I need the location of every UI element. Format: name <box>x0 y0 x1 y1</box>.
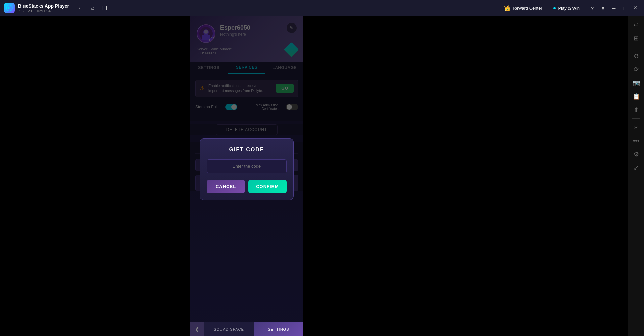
sidebar-grid-icon[interactable]: ⊞ <box>630 32 642 44</box>
sidebar-divider-2 <box>632 118 640 119</box>
sidebar-more-icon[interactable]: ••• <box>630 135 642 147</box>
modal-cancel-button[interactable]: CANCEL <box>207 180 245 193</box>
app-info: BlueStacks App Player 5.21.201.1029 P64 <box>18 3 69 13</box>
sidebar-camera-icon[interactable]: 📷 <box>630 77 642 89</box>
sidebar-rotate-icon[interactable]: ⟳ <box>630 63 642 76</box>
crown-icon: 👑 <box>504 5 511 11</box>
main-area: 9 Esper6050 Nothing's here ✎ Server: Son… <box>0 16 644 336</box>
home-button[interactable]: ⌂ <box>88 3 97 13</box>
sidebar-divider-1 <box>632 47 640 47</box>
nav-controls: ← ⌂ ❐ <box>76 3 109 13</box>
sidebar-settings-icon[interactable]: ⚙ <box>630 148 642 160</box>
app-version: 5.21.201.1029 P64 <box>19 9 69 13</box>
menu-button[interactable]: ≡ <box>598 3 608 13</box>
sidebar-cut-icon[interactable]: ✂ <box>630 122 642 134</box>
bottom-arrow-button[interactable]: ❮ <box>190 322 204 336</box>
help-button[interactable]: ? <box>588 3 597 13</box>
sidebar-refresh-icon[interactable]: ♻ <box>630 50 642 62</box>
modal-confirm-button[interactable]: CONFIRM <box>248 180 287 193</box>
modal-buttons: CANCEL CONFIRM <box>207 180 287 193</box>
play-win-label: Play & Win <box>558 6 580 11</box>
right-sidebar: ↩ ⊞ ♻ ⟳ 📷 📋 ⬆ ✂ ••• ⚙ ↙ <box>628 16 644 336</box>
back-button[interactable]: ← <box>76 3 85 13</box>
sidebar-clipboard-icon[interactable]: 📋 <box>630 90 642 102</box>
minimize-button[interactable]: ─ <box>609 3 618 13</box>
close-button[interactable]: ✕ <box>631 3 640 13</box>
modal-title: GIFT CODE <box>207 147 287 153</box>
title-bar-right: 👑 Reward Center ● Play & Win ? ≡ ─ □ ✕ <box>501 3 640 13</box>
squad-space-tab[interactable]: SQUAD SPACE <box>204 322 254 336</box>
sidebar-back-icon[interactable]: ↩ <box>630 19 642 31</box>
maximize-button[interactable]: □ <box>620 3 629 13</box>
bottom-bar: ❮ SQUAD SPACE SETTINGS <box>190 322 303 336</box>
sidebar-upload-icon[interactable]: ⬆ <box>630 104 642 116</box>
windows-button[interactable]: ❐ <box>100 3 109 13</box>
play-win-button[interactable]: ● Play & Win <box>550 4 582 12</box>
sidebar-arrow-icon[interactable]: ↙ <box>630 162 642 174</box>
app-logo <box>4 3 15 13</box>
window-controls: ? ≡ ─ □ ✕ <box>588 3 640 13</box>
settings-tab[interactable]: SETTINGS <box>254 322 303 336</box>
play-win-icon: ● <box>553 5 556 11</box>
reward-center-label: Reward Center <box>513 6 542 11</box>
reward-center-button[interactable]: 👑 Reward Center <box>501 4 545 13</box>
modal-overlay[interactable]: GIFT CODE CANCEL CONFIRM <box>190 16 303 322</box>
app-name: BlueStacks App Player <box>18 3 69 9</box>
title-bar: BlueStacks App Player 5.21.201.1029 P64 … <box>0 0 644 16</box>
gift-code-input[interactable] <box>207 159 287 173</box>
gift-code-modal: GIFT CODE CANCEL CONFIRM <box>200 138 294 200</box>
